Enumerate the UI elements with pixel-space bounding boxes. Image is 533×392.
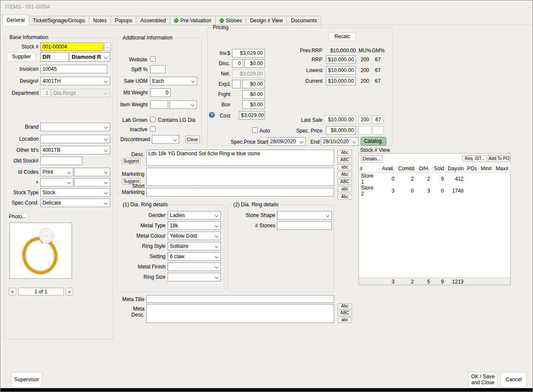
spiff-field[interactable]	[150, 65, 166, 73]
col-header-oh[interactable]: O/H.	[416, 165, 432, 172]
marketing-case-upper-button[interactable]: ABC	[337, 179, 352, 185]
meta-case-abc-button[interactable]: Abc	[337, 303, 352, 309]
sale-uom-combo[interactable]: Each	[150, 77, 197, 85]
id-codes-combo-2[interactable]	[74, 168, 110, 176]
inv-field[interactable]: $3,029.00	[232, 49, 265, 57]
catalog-button[interactable]: Catalog.	[361, 137, 386, 146]
num-stones-field[interactable]	[277, 221, 332, 230]
gender-combo[interactable]: Ladies	[168, 211, 221, 220]
col-header-min[interactable]: Min#	[479, 165, 494, 172]
col-header-max[interactable]: Max#	[494, 165, 510, 172]
col-header-sold[interactable]: Sold	[432, 165, 446, 172]
metal-finish-combo[interactable]	[168, 262, 221, 271]
short-marketing-field[interactable]	[146, 188, 334, 196]
marketing-field[interactable]	[146, 168, 334, 186]
spec-price-field[interactable]: $8,000.00	[326, 126, 356, 135]
tab-stones[interactable]: Stones	[216, 16, 246, 25]
item-weight-field[interactable]	[150, 100, 168, 109]
item-weight-uom-combo[interactable]	[169, 100, 197, 109]
frght-field[interactable]: $0.00	[242, 90, 265, 99]
stock-more-button[interactable]: ...	[104, 42, 111, 51]
current-field[interactable]: $10,000.00	[326, 77, 356, 85]
desc-case-upper-button[interactable]: ABC	[337, 157, 352, 163]
ring-style-combo[interactable]: Solitaire	[168, 242, 221, 250]
spec-price-end-combo[interactable]: 28/10/2020	[321, 137, 358, 146]
desc-case-abc-button[interactable]: Abc	[337, 150, 352, 156]
exp1-amount-field[interactable]: $0.00	[242, 80, 265, 88]
col-header-comitd[interactable]: Comitd	[397, 165, 416, 172]
setting-combo[interactable]: 6 claw	[168, 252, 221, 261]
supervisor-button[interactable]: Supervisor	[11, 372, 42, 388]
cancel-button[interactable]: Cancel	[500, 372, 527, 388]
meta-case-lower-button[interactable]: abc	[337, 317, 352, 323]
marketing-case-lower-button[interactable]: abc	[337, 186, 352, 192]
photo-button[interactable]: Photo...	[7, 213, 28, 221]
old-stock-field[interactable]	[40, 157, 82, 165]
details-tab-button[interactable]: Details...	[361, 155, 382, 163]
ring-size-combo[interactable]	[168, 273, 221, 281]
plus-combo-1[interactable]	[40, 178, 73, 187]
meta-desc-field[interactable]	[146, 304, 334, 323]
supplier-code-field[interactable]: DR	[40, 52, 69, 62]
recalc-button[interactable]: Recalc	[328, 32, 356, 41]
supplier-name-combo[interactable]: Diamond R	[69, 52, 110, 62]
desc-suggest-button[interactable]: Suggest	[122, 158, 141, 164]
contains-lg-dia-checkbox[interactable]	[150, 117, 156, 122]
id-codes-combo-1[interactable]: Print	[40, 168, 73, 176]
stone-shape-combo[interactable]	[277, 211, 332, 220]
chevron-down-icon	[104, 79, 108, 83]
col-header-daysin[interactable]: DaysIn	[446, 165, 466, 172]
website-checkbox[interactable]	[150, 56, 156, 62]
metal-type-combo[interactable]: 18k	[168, 221, 221, 230]
req-ist-button[interactable]: Req. IST...	[462, 155, 487, 162]
lowest-field[interactable]: $10,000.00	[326, 66, 356, 75]
tab-notes[interactable]: Notes	[89, 16, 111, 25]
metal-colour-combo[interactable]: Yellow Gold	[168, 232, 221, 240]
brand-combo[interactable]	[40, 123, 110, 131]
meta-case-upper-button[interactable]: ABC	[337, 310, 352, 316]
photo-next-button[interactable]: >	[66, 288, 73, 296]
disc-amount-field[interactable]: $0.00	[244, 59, 265, 68]
col-header-pos[interactable]: POs	[466, 165, 479, 172]
col-header-avail[interactable]: Avail.	[379, 165, 397, 172]
meta-title-field[interactable]	[146, 295, 334, 303]
add-to-po-button[interactable]: Add To PO	[488, 155, 510, 162]
location-combo[interactable]	[40, 135, 110, 143]
tab-popups[interactable]: Popups	[111, 16, 137, 25]
ok-save-close-button[interactable]: OK / Save and Close	[468, 372, 497, 388]
tab-general[interactable]: General	[2, 15, 29, 25]
mtl-weight-field[interactable]: 0	[150, 88, 171, 97]
spec-price-start-combo[interactable]: 28/09/2020	[268, 137, 306, 146]
spec-cond-combo[interactable]: Delicate	[40, 199, 110, 207]
plus-combo-2[interactable]	[74, 178, 110, 187]
other-ids-combo[interactable]: 4001TB	[40, 146, 110, 154]
discontinued-combo[interactable]	[152, 135, 179, 144]
invoice-field[interactable]: 10045	[40, 65, 107, 73]
desc-case-lower-button[interactable]: abc	[337, 164, 352, 170]
stock-type-combo[interactable]: Stock	[40, 188, 110, 197]
col-header-store[interactable]: #	[359, 165, 379, 172]
box-field[interactable]: $0.00	[242, 100, 265, 109]
stock-number-field[interactable]: 001-00004	[40, 42, 103, 51]
table-row-store-2[interactable]: Store 2 3 0 3 0 1748	[359, 185, 510, 197]
tab-design-view[interactable]: Design # View	[246, 16, 287, 25]
design-combo[interactable]: 4001TH	[40, 77, 110, 85]
supplier-button[interactable]: Supplier	[7, 52, 36, 62]
desc-field[interactable]: Lds 18k YG Diamond Sol 6clw Ring w blue …	[146, 150, 334, 166]
rrp-field[interactable]: $10,000.00	[326, 55, 356, 64]
marketing-case-abc-button[interactable]: Abc	[337, 172, 352, 178]
auto-checkbox[interactable]	[252, 127, 258, 133]
tab-documents[interactable]: Documents	[287, 16, 321, 25]
table-row-store-1[interactable]: Store 1 0 2 2 9 412	[359, 172, 510, 185]
inactive-checkbox[interactable]	[150, 126, 156, 132]
photo-prev-button[interactable]: <	[9, 288, 16, 296]
tab-pre-valuation[interactable]: Pre-Valuation	[170, 16, 216, 25]
tab-ticket-signage-groups[interactable]: Ticket/Signage/Groups	[29, 16, 90, 25]
last-sale-label: Last Sale	[285, 117, 322, 123]
short-marketing-case-button[interactable]: Abc	[337, 194, 352, 200]
clear-button[interactable]: Clear	[185, 136, 200, 143]
exp1-pct-field[interactable]	[232, 80, 241, 88]
tab-assembled[interactable]: Assembled	[136, 16, 170, 25]
cost-field[interactable]: $3,029.00	[239, 111, 265, 120]
disc-pct-field[interactable]: 0	[232, 59, 243, 68]
